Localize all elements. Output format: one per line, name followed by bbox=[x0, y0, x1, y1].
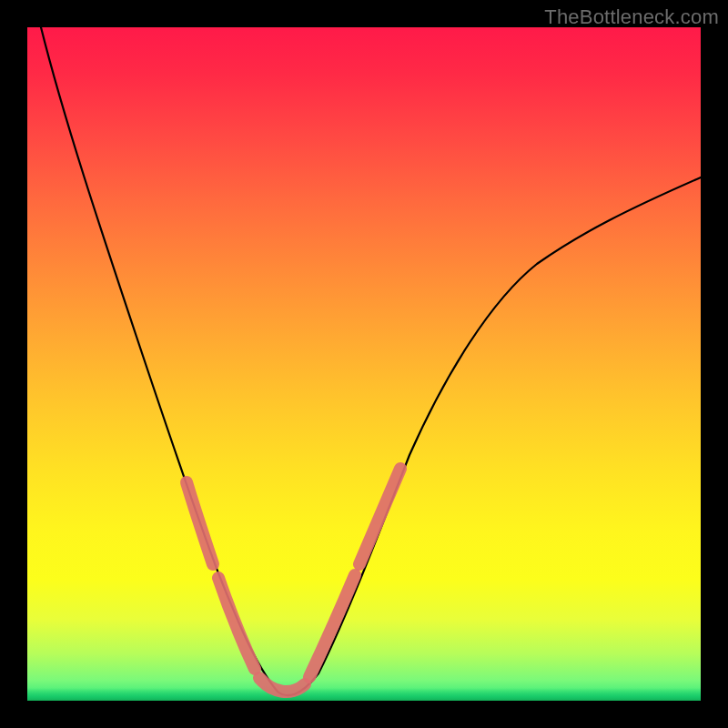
ci-band-right-lower bbox=[309, 575, 355, 677]
chart-frame: TheBottleneck.com bbox=[0, 0, 728, 728]
plot-area bbox=[27, 27, 701, 701]
bottleneck-curve bbox=[41, 27, 701, 695]
chart-svg bbox=[27, 27, 701, 701]
ci-band-right-upper bbox=[359, 469, 400, 564]
ci-band-left-lower bbox=[218, 578, 255, 669]
ci-band-bottom bbox=[259, 678, 305, 692]
ci-band-left-upper bbox=[187, 482, 213, 564]
watermark-text: TheBottleneck.com bbox=[544, 5, 719, 29]
